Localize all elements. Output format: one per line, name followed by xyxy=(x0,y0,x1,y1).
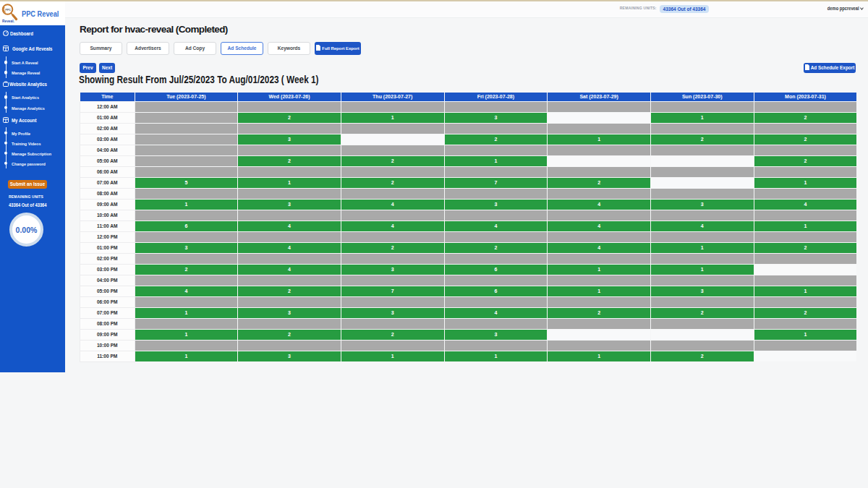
svg-text:Reveal.: Reveal. xyxy=(2,20,14,23)
svg-text:PPC: PPC xyxy=(5,8,11,12)
